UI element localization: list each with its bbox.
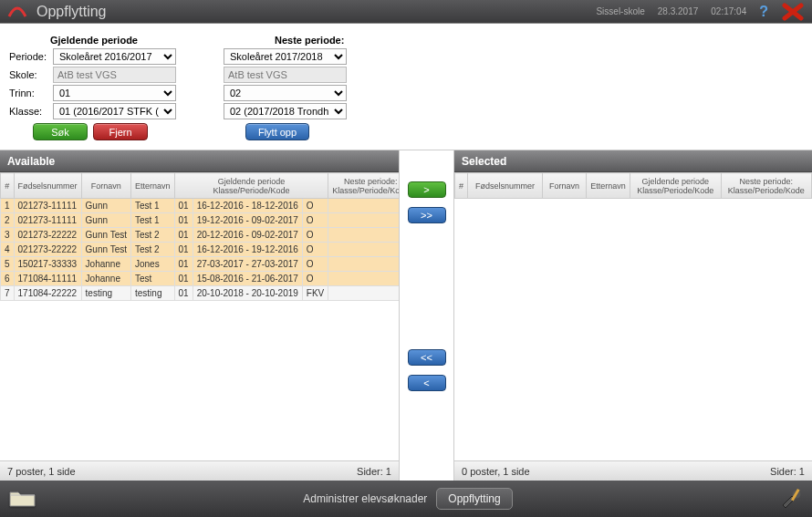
table-row[interactable]: 7171084-22222testingtesting0120-10-2018 … — [1, 286, 400, 301]
table-row[interactable]: 1021273-11111GunnTest 10116-12-2016 - 18… — [1, 199, 400, 213]
col-fnr[interactable]: Fødselsnummer — [14, 173, 81, 199]
klasse-label: Klasse: — [9, 106, 47, 117]
table-row[interactable]: 5150217-33333JohanneJones0127-03-2017 - … — [1, 257, 400, 272]
gjeldende-periode-select[interactable]: Skoleåret 2016/2017 — [53, 48, 176, 65]
col-neste[interactable]: Neste periode:Klasse/Periode/Kode — [721, 173, 812, 199]
move-left-button[interactable]: < — [408, 375, 446, 391]
selected-pager: 0 poster, 1 side Sider: 1 — [454, 460, 812, 481]
selected-pager-pages: Sider: 1 — [770, 466, 805, 477]
available-panel: Available # Fødselsnummer Fornavn Ettern… — [0, 150, 400, 481]
col-num[interactable]: # — [455, 173, 468, 199]
selected-grid[interactable]: # Fødselsnummer Fornavn Etternavn Gjelde… — [454, 172, 812, 199]
lists-container: Available # Fødselsnummer Fornavn Ettern… — [0, 150, 812, 481]
gjeldende-trinn-select[interactable]: 01 — [53, 85, 176, 101]
gjeldende-skole-select: AtB test VGS — [53, 67, 176, 83]
table-row[interactable]: 6171084-11111JohanneTest0115-08-2016 - 2… — [1, 272, 400, 286]
selected-panel: Selected # Fødselsnummer Fornavn Etterna… — [454, 150, 812, 481]
selected-pager-count: 0 poster, 1 side — [462, 466, 530, 477]
neste-trinn-select[interactable]: 02 — [224, 85, 347, 101]
move-all-left-button[interactable]: << — [408, 349, 446, 366]
table-row[interactable]: 2021273-11111GunnTest 10119-12-2016 - 09… — [1, 213, 400, 228]
oppflytting-button[interactable]: Oppflytting — [436, 488, 512, 510]
move-right-button[interactable]: > — [408, 181, 446, 198]
available-grid[interactable]: # Fødselsnummer Fornavn Etternavn Gjelde… — [0, 172, 399, 301]
gjeldende-klasse-select[interactable]: 01 (2016/2017 STFK ( — [53, 103, 176, 119]
tools-icon[interactable] — [779, 487, 803, 511]
col-num[interactable]: # — [1, 173, 15, 199]
gjeldende-periode-header: Gjeldende periode — [50, 35, 138, 46]
filters-panel: Gjeldende periode Neste periode: Periode… — [0, 24, 812, 150]
col-fornavn[interactable]: Fornavn — [81, 173, 130, 199]
transfer-buttons: > >> << < — [400, 150, 454, 481]
col-neste[interactable]: Neste periode:Klasse/Periode/Kode — [328, 173, 399, 199]
header-time: 02:17:04 — [711, 6, 746, 16]
table-row[interactable]: 3021273-22222Gunn TestTest 20120-12-2016… — [1, 228, 400, 243]
periode-label: Periode: — [9, 51, 47, 62]
col-etternavn[interactable]: Etternavn — [130, 173, 174, 199]
col-fornavn[interactable]: Fornavn — [543, 173, 587, 199]
available-pager-count: 7 poster, 1 side — [7, 466, 76, 477]
col-gjeldende[interactable]: Gjeldende periodeKlasse/Periode/Kode — [630, 173, 721, 199]
flytt-opp-button[interactable]: Flytt opp — [245, 123, 309, 140]
app-logo-icon — [7, 5, 27, 19]
footer-bar: Administrer elevsøknader Oppflytting — [0, 481, 812, 517]
col-gjeldende[interactable]: Gjeldende periodeKlasse/Periode/Kode — [174, 173, 328, 199]
table-row[interactable]: 4021273-22222Gunn TestTest 20116-12-2016… — [1, 243, 400, 257]
selected-header: Selected — [454, 150, 812, 172]
neste-periode-select[interactable]: Skoleåret 2017/2018 — [224, 48, 347, 65]
titlebar: Oppflytting Sissel-skole 28.3.2017 02:17… — [0, 0, 812, 24]
header-school: Sissel-skole — [596, 6, 644, 16]
available-header: Available — [0, 150, 399, 172]
move-all-right-button[interactable]: >> — [408, 207, 446, 223]
close-icon[interactable] — [781, 3, 805, 21]
available-pager: 7 poster, 1 side Sider: 1 — [0, 460, 399, 481]
sok-button[interactable]: Søk — [33, 123, 88, 140]
available-pager-pages: Sider: 1 — [357, 466, 391, 477]
col-etternavn[interactable]: Etternavn — [587, 173, 630, 199]
admin-link[interactable]: Administrer elevsøknader — [303, 492, 427, 505]
skole-label: Skole: — [9, 69, 47, 80]
header-date: 28.3.2017 — [658, 6, 699, 16]
help-icon[interactable]: ? — [759, 4, 768, 20]
col-fnr[interactable]: Fødselsnummer — [468, 173, 543, 199]
fjern-button[interactable]: Fjern — [93, 123, 148, 140]
neste-periode-header: Neste periode: — [275, 35, 344, 46]
neste-klasse-select[interactable]: 02 (2017/2018 Trondh — [224, 103, 347, 119]
page-title: Oppflytting — [36, 4, 106, 20]
trinn-label: Trinn: — [9, 88, 47, 98]
folder-icon[interactable] — [9, 488, 36, 510]
neste-skole-select: AtB test VGS — [224, 67, 347, 83]
